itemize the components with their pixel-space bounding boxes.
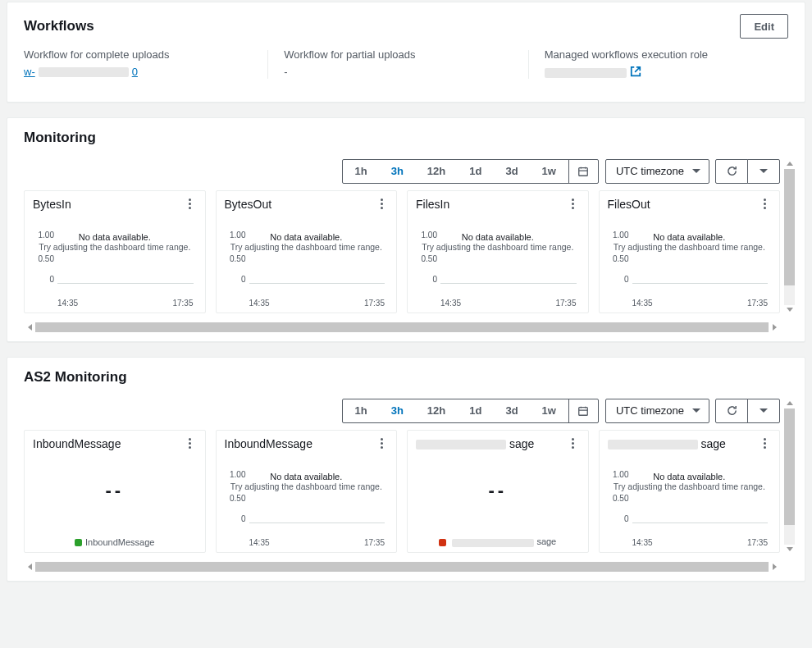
scroll-thumb[interactable] [784, 169, 795, 286]
range-1h[interactable]: 1h [343, 160, 379, 183]
chart-menu-button[interactable] [567, 437, 580, 450]
xtick: 17:35 [172, 299, 193, 308]
range-1w[interactable]: 1w [531, 160, 568, 183]
chart-menu-button[interactable] [758, 437, 771, 450]
refresh-button[interactable] [715, 159, 748, 184]
monitoring-toolbar: 1h 3h 12h 1d 3d 1w UTC timezone [24, 159, 780, 184]
custom-range-button[interactable] [568, 160, 598, 183]
xtick: 14:35 [249, 299, 270, 308]
timezone-select[interactable]: UTC timezone [605, 399, 709, 423]
timezone-select[interactable]: UTC timezone [605, 159, 709, 184]
chart-menu-button[interactable] [184, 437, 197, 450]
workflows-panel: Workflows Edit Workflow for complete upl… [7, 2, 805, 103]
scroll-left-icon[interactable] [24, 322, 35, 333]
workflows-label: Workflow for complete uploads [24, 48, 251, 61]
workflows-col-partial: Workflow for partial uploads - [267, 48, 527, 80]
scroll-track[interactable] [35, 322, 769, 332]
monitoring-panel: Monitoring 1h 3h 12h 1d 3d 1w UTC timezo… [7, 117, 805, 342]
timezone-label: UTC timezone [616, 165, 684, 177]
nodata-line2: Try adjusting the dashboard time range. [33, 242, 197, 252]
xtick: 17:35 [747, 538, 768, 547]
scroll-down-icon[interactable] [784, 545, 795, 554]
as2-toolbar: 1h 3h 12h 1d 3d 1w UTC timezone [24, 399, 780, 423]
title-suffix: sage [700, 437, 725, 450]
custom-range-button[interactable] [568, 399, 598, 422]
scroll-down-icon[interactable] [784, 305, 795, 315]
edit-button[interactable]: Edit [740, 14, 788, 39]
workflows-body: Workflow for complete uploads w- 0 Workf… [7, 45, 805, 102]
scroll-track[interactable] [35, 562, 769, 572]
range-3d[interactable]: 3d [494, 160, 530, 183]
xtick: 17:35 [555, 299, 576, 308]
workflows-header: Workflows Edit [7, 2, 805, 45]
workflows-label: Workflow for partial uploads [284, 48, 511, 61]
chart-inbound-line: InboundMessage 1.00 0.50 0 No data avail… [216, 430, 398, 553]
ytick: 0 [624, 514, 629, 523]
scroll-thumb[interactable] [784, 408, 795, 526]
chevron-down-icon [692, 408, 700, 413]
ytick: 0.50 [613, 494, 628, 503]
range-3h[interactable]: 3h [380, 160, 416, 183]
scroll-track[interactable] [784, 408, 795, 545]
chevron-down-icon [760, 169, 768, 173]
chart-menu-button[interactable] [184, 198, 197, 211]
chart-menu-button[interactable] [375, 437, 388, 450]
x-axis [57, 283, 194, 284]
range-3h[interactable]: 3h [380, 399, 416, 422]
range-1w[interactable]: 1w [531, 399, 568, 422]
nodata-line1: No data available. [225, 472, 389, 481]
x-axis [632, 283, 769, 284]
refresh-group [716, 399, 780, 423]
monitoring-title: Monitoring [24, 130, 96, 146]
range-1d[interactable]: 1d [458, 160, 494, 183]
range-12h[interactable]: 12h [416, 399, 458, 422]
xtick: 17:35 [364, 299, 385, 308]
chart-menu-button[interactable] [567, 198, 580, 211]
link-suffix: 0 [132, 66, 138, 78]
scroll-up-icon[interactable] [784, 159, 795, 169]
chart-filesin: FilesIn 1.00 0.50 0 No data available. T… [407, 190, 589, 313]
x-axis [440, 283, 577, 284]
horizontal-scrollbar[interactable] [24, 322, 780, 333]
workflow-complete-link[interactable]: w- 0 [24, 66, 138, 78]
scroll-left-icon[interactable] [24, 561, 35, 573]
ytick: 0 [241, 514, 246, 523]
range-1d[interactable]: 1d [458, 399, 494, 422]
range-1h[interactable]: 1h [343, 399, 379, 422]
workflow-role-link[interactable] [545, 66, 641, 80]
redacted-text [39, 67, 129, 77]
time-range-segmented: 1h 3h 12h 1d 3d 1w [342, 159, 598, 184]
chart-filesout: FilesOut 1.00 0.50 0 No data available. … [599, 190, 781, 313]
xtick: 14:35 [440, 299, 461, 308]
refresh-options-button[interactable] [747, 399, 780, 423]
svg-rect-0 [579, 167, 588, 176]
refresh-group [716, 159, 780, 184]
scroll-up-icon[interactable] [784, 399, 795, 408]
x-axis [249, 283, 385, 284]
range-12h[interactable]: 12h [416, 160, 458, 183]
chart-title: BytesIn [33, 198, 71, 211]
scroll-right-icon[interactable] [769, 322, 780, 333]
ytick: 0.50 [422, 254, 437, 263]
ytick: 0 [241, 275, 246, 284]
chart-title: FilesIn [416, 198, 449, 211]
scroll-track[interactable] [784, 169, 795, 305]
nodata-line2: Try adjusting the dashboard time range. [608, 242, 772, 252]
horizontal-scrollbar[interactable] [24, 561, 780, 573]
range-3d[interactable]: 3d [494, 399, 530, 422]
as2-charts-frame: InboundMessage -- InboundMessage Inbound… [24, 430, 795, 573]
redacted-text [416, 440, 506, 449]
as2-title: AS2 Monitoring [24, 369, 127, 386]
monitoring-header: Monitoring [7, 118, 805, 153]
workflows-label: Managed workflows execution role [545, 48, 772, 61]
chart-menu-button[interactable] [375, 198, 388, 211]
chart-menu-button[interactable] [758, 198, 771, 211]
refresh-options-button[interactable] [747, 159, 780, 184]
chart-legend: InboundMessage [33, 537, 197, 547]
vertical-scrollbar[interactable] [784, 159, 795, 315]
vertical-scrollbar[interactable] [784, 399, 795, 554]
refresh-button[interactable] [715, 399, 748, 423]
as2-header: AS2 Monitoring [7, 358, 805, 392]
scroll-right-icon[interactable] [769, 561, 780, 573]
workflows-col-complete: Workflow for complete uploads w- 0 [24, 48, 267, 80]
